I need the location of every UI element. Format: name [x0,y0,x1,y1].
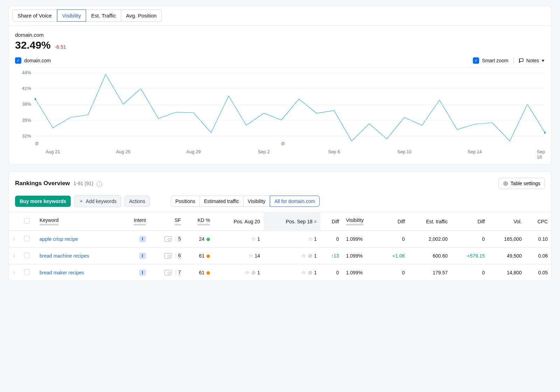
expand-icon[interactable]: 〉 [13,253,17,258]
legend-series-label: domain.com [24,58,51,63]
col-vis[interactable]: Visibility [343,212,379,231]
kd-dot-icon [206,254,210,258]
tab-visibility[interactable]: Visibility [57,9,86,22]
kd-value: 61 [199,270,205,275]
notes-label: Notes [526,58,539,63]
notes-icon [519,58,524,63]
col-intent[interactable]: Intent [121,212,149,231]
diff-value: 0 [336,236,339,242]
seg-positions[interactable]: Positions [171,196,200,207]
checkbox-icon: ✓ [15,57,21,64]
expand-icon[interactable]: 〉 [13,270,17,275]
diff-value: 0 [336,270,339,275]
star-icon: ☆ [245,270,249,275]
legend-series[interactable]: ✓ domain.com [15,57,51,64]
pos-sep18: 1 [314,236,317,242]
pos-aug20: 1 [257,270,260,275]
rankings-title: Rankings Overview [15,180,70,187]
col-est-diff[interactable]: Diff [451,212,488,231]
expand-icon[interactable]: 〉 [13,237,17,241]
row-checkbox[interactable] [24,236,30,241]
serp-features-icon[interactable] [164,270,172,275]
smart-zoom-label: Smart zoom [482,58,508,63]
col-kd[interactable]: KD % [184,212,214,231]
chevron-down-icon: ▼ [541,58,545,63]
sf-count[interactable]: 7 [178,270,181,275]
smart-zoom-toggle[interactable]: ✓ Smart zoom [473,57,508,64]
col-keyword[interactable]: Keyword [36,212,121,231]
visibility-cell: 1.099% [346,236,363,242]
sf-count[interactable]: 6 [178,253,181,259]
col-vol[interactable]: Vol. [488,212,525,231]
star-icon: ☆ [251,236,256,242]
visibility-cell: 1.099% [346,270,363,275]
visibility-chart[interactable]: 32%35%38%41%44% Aug 21Aug 25Aug 29Sep 2S… [15,67,545,158]
col-pos0[interactable]: Pos. Aug 20 [214,212,264,231]
visibility-value: 32.49% [15,39,51,51]
est-traffic-cell: 2,002.00 [429,236,448,242]
est-diff: 0 [482,270,485,275]
sf-count[interactable]: 5 [178,236,181,242]
svg-point-1 [35,98,36,100]
domain-label: domain.com [15,32,545,38]
kd-dot-icon [206,271,210,275]
keyword-link[interactable]: bread maker recipes [40,270,84,275]
cpc-cell: 0.06 [538,253,548,259]
table-settings-button[interactable]: Table settings [498,178,545,189]
row-checkbox[interactable] [24,269,30,275]
info-icon[interactable]: i [97,181,102,187]
add-keywords-button[interactable]: ＋ Add keywords [74,195,121,207]
buy-keywords-button[interactable]: Buy more keywords [15,196,71,207]
plus-icon: ＋ [79,198,84,204]
col-cpc[interactable]: CPC [525,212,551,231]
keyword-link[interactable]: apple crisp recipe [40,236,78,242]
intent-badge: I [139,270,146,276]
serp-features-icon[interactable] [164,253,172,259]
col-diff[interactable]: Diff [320,212,343,231]
kd-value: 24 [199,236,205,242]
link-icon: ⊘ [251,270,256,275]
seg-est-traffic[interactable]: Estimated traffic [200,196,244,207]
row-checkbox[interactable] [24,252,30,258]
cpc-cell: 0.05 [538,270,548,275]
diff-value: ↑13 [331,253,339,259]
keyword-link[interactable]: bread machine recipes [40,253,89,259]
notes-button[interactable]: Notes ▼ [519,58,545,63]
link-icon: ⊘ [308,253,313,259]
est-diff: +579.15 [467,253,485,259]
col-pos1[interactable]: Pos. Sep 18 ≡ [264,212,320,231]
volume-cell: 14,800 [507,270,522,275]
star-icon: ☆ [308,236,313,242]
vis-diff: +1.06 [392,253,405,259]
divider [513,57,514,64]
table-row: 〉 bread maker recipes I 7 61 ☆⊘1 ☆⊘1 0 1… [9,264,551,281]
volume-cell: 49,500 [507,253,522,259]
seg-visibility[interactable]: Visibility [244,196,270,207]
col-vis-diff[interactable]: Diff [379,212,408,231]
tab-avg-position[interactable]: Avg. Position [121,9,162,22]
seg-all[interactable]: All for domain.com [270,196,320,207]
tab-est-traffic[interactable]: Est. Traffic [86,9,121,22]
est-diff: 0 [482,236,485,242]
tab-share-of-voice[interactable]: Share of Voice [12,9,57,22]
pos-sep18: 1 [314,253,317,259]
google-update-icon[interactable] [35,141,38,146]
intent-badge: I [139,253,146,259]
sort-icon: ≡ [314,219,317,224]
view-segmented: Positions Estimated traffic Visibility A… [171,196,320,207]
col-est[interactable]: Est. traffic [408,212,451,231]
svg-point-2 [544,132,546,134]
actions-button[interactable]: Actions [125,196,150,207]
serp-features-icon[interactable] [164,236,172,242]
google-update-icon[interactable] [281,141,285,146]
rankings-table: Keyword Intent SF KD % Pos. Aug 20 Pos. … [9,212,551,281]
visibility-cell: 1.099% [346,253,363,259]
intent-badge: I [139,236,146,242]
col-sf[interactable]: SF [149,212,184,231]
rankings-panel: Rankings Overview 1-91 (91) i Table sett… [8,171,552,281]
table-row: 〉 apple crisp recipe I 5 24 ☆1 ☆1 0 1.09… [9,231,551,247]
table-row: 〉 bread machine recipes I 6 61 ☆14 ☆⊘1 ↑… [9,247,551,264]
vis-diff: 0 [402,236,405,242]
select-all-checkbox[interactable] [24,218,30,224]
visibility-panel: Share of Voice Visibility Est. Traffic A… [8,6,552,165]
